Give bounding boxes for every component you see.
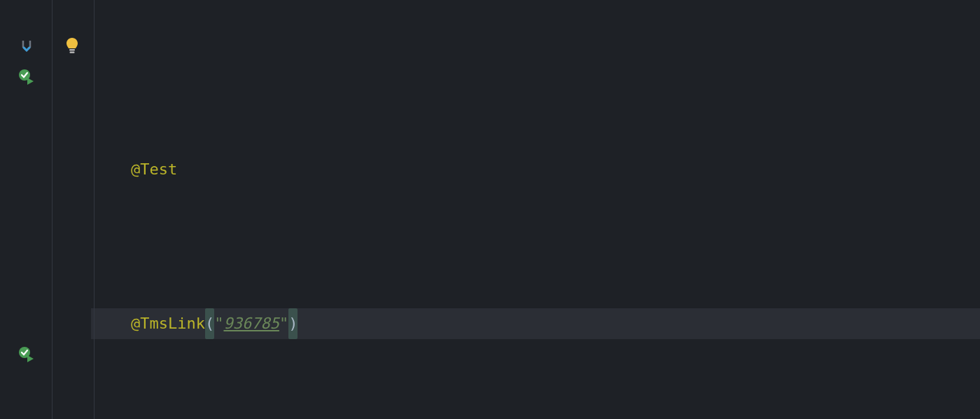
tms-link[interactable]: 936785 xyxy=(223,308,279,339)
code-editor[interactable]: @Test @TmsLink("936785") fun search() { … xyxy=(0,0,980,419)
run-test-icon[interactable] xyxy=(0,339,52,370)
annotation-tmslink: @TmsLink xyxy=(131,308,205,339)
implementing-icon[interactable] xyxy=(0,31,52,62)
paren-open: ( xyxy=(205,308,214,339)
indent-guide xyxy=(94,0,94,419)
gutter xyxy=(0,0,52,419)
run-test-icon[interactable] xyxy=(0,62,52,92)
code-line-active[interactable]: @TmsLink("936785") xyxy=(91,308,980,339)
annotation-test: @Test xyxy=(131,154,177,185)
paren-close: ) xyxy=(288,308,298,339)
code-line[interactable]: @Test xyxy=(91,154,980,185)
hint-column xyxy=(52,0,91,419)
svg-rect-3 xyxy=(69,52,74,54)
svg-rect-2 xyxy=(69,49,75,51)
code-area[interactable]: @Test @TmsLink("936785") fun search() { … xyxy=(91,0,980,419)
bulb-icon[interactable] xyxy=(52,31,91,62)
